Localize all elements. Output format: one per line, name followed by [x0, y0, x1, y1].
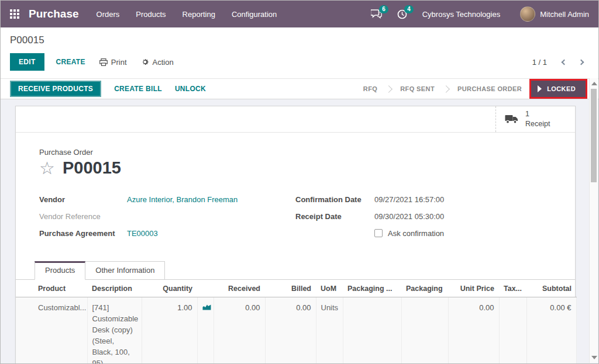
create-button[interactable]: CREATE	[56, 58, 85, 66]
receipt-stat-button[interactable]: 1 Receipt	[495, 106, 575, 132]
action-label: Action	[153, 58, 174, 67]
scrollbar-thumb[interactable]	[591, 89, 597, 182]
vendor-value-link[interactable]: Azure Interior, Brandon Freeman	[127, 195, 237, 204]
action-button[interactable]: Action	[141, 58, 174, 67]
state-arrow-icon	[538, 85, 542, 92]
ask-confirmation-label: Ask confirmation	[388, 229, 444, 238]
tab-other-information[interactable]: Other Information	[85, 261, 165, 280]
cell-packaging-qty	[343, 297, 401, 364]
document-title: P00015	[63, 158, 121, 178]
menu-reporting[interactable]: Reporting	[183, 10, 215, 19]
state-separator-icon	[442, 85, 450, 93]
purchase-agreement-label: Purchase Agreement	[39, 229, 127, 238]
vendor-label: Vendor	[39, 195, 127, 204]
pager: 1 / 1	[532, 58, 589, 67]
print-button[interactable]: Print	[99, 58, 127, 67]
systray: 6 4 Cybrosys Technologies Mitchell Admin	[371, 6, 589, 22]
cell-description: [741] Customizable Desk (copy) (Steel, B…	[87, 297, 142, 364]
unlock-button[interactable]: UNLOCK	[175, 85, 206, 93]
top-navbar: Purchase Orders Products Reporting Confi…	[1, 1, 598, 27]
statusbar: RECEIVE PRODUCTS CREATE BILL UNLOCK RFQ …	[1, 78, 598, 99]
field-groups: Vendor Azure Interior, Brandon Freeman V…	[39, 195, 552, 246]
messages-badge: 6	[379, 5, 388, 13]
printer-icon	[99, 58, 108, 66]
cell-unit-price: 0.00	[448, 297, 499, 364]
col-quantity[interactable]: Quantity	[142, 280, 197, 297]
truck-icon	[505, 114, 519, 124]
status-pipeline: RFQ RFQ SENT PURCHASE ORDER LOCKED	[356, 79, 587, 99]
col-received[interactable]: Received	[214, 280, 265, 297]
control-panel: P00015 EDIT CREATE Print Action 1	[1, 27, 598, 78]
edit-button[interactable]: EDIT	[10, 53, 44, 71]
form-sheet: 1 Receipt Purchase Order ☆ P00015 Vendor…	[15, 106, 576, 363]
col-subtotal[interactable]: Subtotal	[526, 280, 576, 297]
notebook-tabs: Products Other Information	[16, 261, 575, 280]
table-header-row: Product Description Quantity Received Bi…	[16, 280, 576, 297]
company-switcher[interactable]: Cybrosys Technologies	[422, 10, 500, 19]
receipt-count: 1	[525, 110, 529, 118]
state-purchase-order[interactable]: PURCHASE ORDER	[450, 85, 529, 92]
receive-products-button[interactable]: RECEIVE PRODUCTS	[10, 81, 101, 97]
pager-next-icon[interactable]	[579, 59, 584, 65]
col-uom[interactable]: UoM	[316, 280, 343, 297]
cell-taxes	[499, 297, 526, 364]
col-unit-price[interactable]: Unit Price	[448, 280, 499, 297]
pager-previous-icon[interactable]	[562, 59, 567, 65]
favorite-star-icon[interactable]: ☆	[39, 160, 55, 177]
menu-orders[interactable]: Orders	[97, 10, 120, 19]
create-bill-button[interactable]: CREATE BILL	[114, 85, 162, 93]
cell-packaging	[401, 297, 448, 364]
vertical-scrollbar[interactable]	[589, 78, 598, 363]
receipt-date-label: Receipt Date	[295, 212, 374, 221]
user-menu[interactable]: Mitchell Admin	[540, 10, 589, 19]
cell-uom: Units	[316, 297, 343, 364]
menu-products[interactable]: Products	[136, 10, 166, 19]
cell-product: Customizabl...	[16, 297, 87, 364]
scroll-up-icon[interactable]	[591, 82, 597, 85]
confirmation-date-label: Confirmation Date	[295, 195, 374, 204]
pager-value: 1 / 1	[532, 58, 547, 67]
table-row[interactable]: Customizabl... [741] Customizable Desk (…	[16, 297, 576, 364]
purchase-agreement-value-link[interactable]: TE00003	[127, 229, 158, 238]
odoo-purchase-order-screen: Purchase Orders Products Reporting Confi…	[0, 0, 599, 364]
ask-confirmation-checkbox[interactable]	[374, 229, 383, 237]
col-packaging[interactable]: Packaging	[401, 280, 448, 297]
state-rfq-sent[interactable]: RFQ SENT	[393, 85, 442, 92]
menu-configuration[interactable]: Configuration	[232, 10, 277, 19]
app-brand[interactable]: Purchase	[29, 8, 79, 20]
vendor-reference-label: Vendor Reference	[39, 212, 127, 221]
forecast-chart-icon[interactable]	[202, 304, 211, 310]
scroll-down-icon[interactable]	[591, 356, 597, 359]
state-locked-active[interactable]: LOCKED	[529, 79, 587, 99]
button-box: 1 Receipt	[16, 106, 575, 133]
col-description[interactable]: Description	[87, 280, 142, 297]
cell-billed: 0.00	[265, 297, 316, 364]
cell-received: 0.00	[214, 297, 265, 364]
state-rfq[interactable]: RFQ	[356, 85, 385, 92]
col-taxes[interactable]: Tax...	[499, 280, 526, 297]
state-separator-icon	[385, 85, 393, 93]
state-locked-label: LOCKED	[547, 85, 576, 92]
gear-icon	[141, 58, 149, 66]
cell-quantity: 1.00	[142, 297, 197, 364]
breadcrumb[interactable]: P00015	[10, 34, 589, 46]
cell-forecast	[197, 297, 214, 364]
apps-grid-icon[interactable]	[10, 9, 19, 19]
confirmation-date-value: 09/27/2021 16:57:00	[374, 195, 444, 204]
activities-badge: 4	[404, 5, 414, 13]
messages-icon[interactable]: 6	[371, 9, 382, 19]
user-avatar[interactable]	[520, 6, 535, 22]
receipt-date-value: 09/30/2021 05:30:00	[374, 212, 444, 221]
col-billed[interactable]: Billed	[265, 280, 316, 297]
col-product[interactable]: Product	[16, 280, 87, 297]
receipt-label: Receipt	[525, 120, 550, 128]
cell-subtotal: 0.00 €	[526, 297, 576, 364]
activities-icon[interactable]: 4	[397, 9, 407, 19]
tab-products[interactable]: Products	[35, 261, 85, 280]
form-view: 1 Receipt Purchase Order ☆ P00015 Vendor…	[1, 99, 598, 363]
print-label: Print	[111, 58, 127, 67]
order-lines-table: Product Description Quantity Received Bi…	[16, 280, 577, 363]
col-forecast	[197, 280, 214, 297]
document-type-label: Purchase Order	[39, 148, 552, 157]
col-packaging-qty[interactable]: Packaging ...	[343, 280, 401, 297]
